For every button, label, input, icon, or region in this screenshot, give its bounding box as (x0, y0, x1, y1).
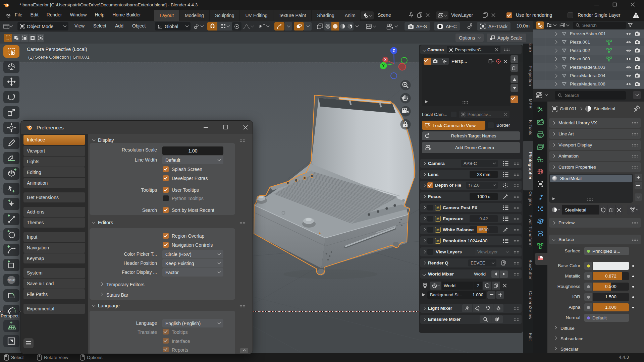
svg-text:Z: Z (393, 49, 395, 53)
svg-text:X: X (384, 58, 387, 62)
svg-text:NONE: NONE (8, 279, 15, 282)
svg-text:Y: Y (382, 64, 385, 68)
